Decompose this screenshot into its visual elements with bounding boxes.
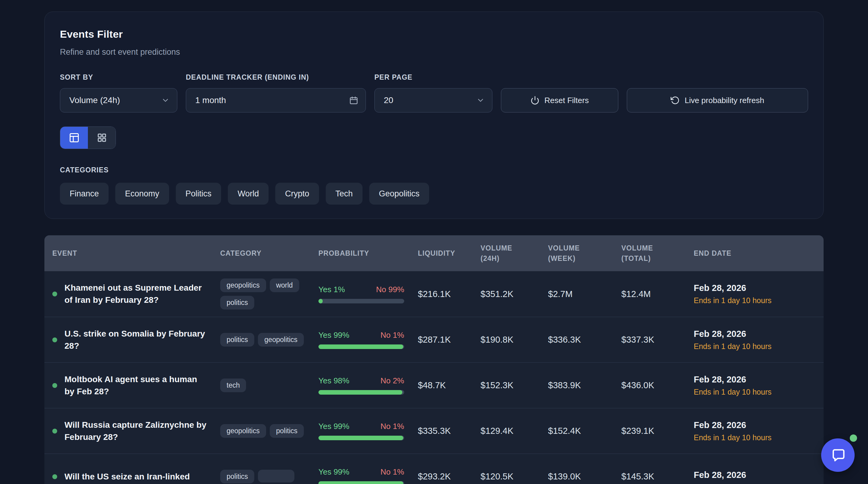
- category-chip[interactable]: Tech: [326, 183, 363, 204]
- live-probability-refresh-button[interactable]: Live probability refresh: [627, 88, 808, 112]
- category-chip[interactable]: Politics: [176, 183, 221, 204]
- volume-total-value: $145.3K: [621, 472, 694, 482]
- probability-bar: [318, 390, 404, 395]
- category-tag[interactable]: world: [270, 279, 299, 292]
- probability-labels: Yes 98% No 2%: [318, 376, 404, 386]
- events-filter-panel: Events Filter Refine and sort event pred…: [44, 11, 824, 219]
- volume-week-value: $2.7M: [548, 289, 621, 299]
- column-header-volume-24h: VOLUME (24H): [480, 243, 526, 264]
- volume-total-value: $239.1K: [621, 426, 694, 436]
- liquidity-value: $335.3K: [418, 426, 480, 436]
- category-tag[interactable]: geopolitics: [220, 424, 266, 438]
- category-tag[interactable]: geopolitics: [258, 333, 304, 347]
- event-title: Khamenei out as Supreme Leader of Iran b…: [64, 282, 208, 306]
- categories-label: CATEGORIES: [60, 166, 808, 174]
- probability-bar: [318, 435, 404, 440]
- probability-bar: [318, 299, 404, 303]
- category-tag-partial[interactable]: [258, 470, 294, 482]
- reset-filters-label: Reset Filters: [545, 96, 589, 105]
- per-page-select[interactable]: 20: [374, 88, 492, 112]
- table-row[interactable]: U.S. strike on Somalia by February 28? p…: [44, 317, 824, 362]
- chat-button[interactable]: [821, 439, 855, 472]
- yes-probability: Yes 99%: [318, 467, 349, 477]
- live-probability-refresh-label: Live probability refresh: [685, 96, 764, 105]
- category-tags: geopoliticspolitics: [220, 424, 309, 438]
- liquidity-value: $48.7K: [418, 380, 480, 390]
- column-header-volume-total: VOLUME (TOTAL): [621, 243, 667, 264]
- category-tag[interactable]: politics: [220, 333, 254, 347]
- event-cell: Khamenei out as Supreme Leader of Iran b…: [52, 282, 220, 306]
- live-indicator-dot: [52, 292, 57, 296]
- volume-week-value: $139.0K: [548, 472, 621, 482]
- end-date-cell: Feb 28, 2026: [694, 470, 816, 483]
- probability-cell: Yes 1% No 99%: [318, 285, 404, 303]
- category-tags: geopoliticsworldpolitics: [220, 279, 309, 310]
- speech-bubble-icon: [830, 447, 846, 463]
- column-header-event: EVENT: [52, 249, 220, 258]
- liquidity-value: $293.2K: [418, 472, 480, 482]
- per-page-label: PER PAGE: [374, 73, 492, 82]
- live-indicator-dot: [52, 474, 57, 479]
- sort-by-group: SORT BY Volume (24h): [60, 73, 177, 112]
- sort-by-value: Volume (24h): [69, 95, 120, 105]
- table-row[interactable]: Will Russia capture Zaliznychne by Febru…: [44, 408, 824, 454]
- volume-24h-value: $120.5K: [480, 472, 548, 482]
- probability-bar: [318, 481, 404, 484]
- volume-24h-value: $351.2K: [480, 289, 548, 299]
- calendar-icon: [349, 96, 358, 105]
- volume-total-value: $12.4M: [621, 289, 694, 299]
- yes-probability: Yes 99%: [318, 422, 349, 431]
- category-chip[interactable]: Geopolitics: [369, 183, 429, 204]
- column-header-category: CATEGORY: [220, 249, 318, 258]
- table-row[interactable]: Will the US seize an Iran-linked politic…: [44, 454, 824, 484]
- reset-filters-button[interactable]: Reset Filters: [501, 88, 618, 112]
- grid-icon: [96, 132, 107, 143]
- category-tag[interactable]: politics: [270, 424, 304, 438]
- event-title: Will the US seize an Iran-linked: [64, 471, 190, 483]
- category-chip[interactable]: Finance: [60, 183, 108, 204]
- probability-labels: Yes 1% No 99%: [318, 285, 404, 294]
- table-row[interactable]: Moltbook AI agent sues a human by Feb 28…: [44, 362, 824, 408]
- volume-24h-value: $152.3K: [480, 380, 548, 390]
- ends-in-countdown: Ends in 1 day 10 hours: [694, 433, 816, 442]
- probability-labels: Yes 99% No 1%: [318, 330, 404, 340]
- page-subtitle: Refine and sort event predictions: [60, 47, 808, 57]
- probability-cell: Yes 99% No 1%: [318, 422, 404, 440]
- no-probability: No 99%: [376, 285, 404, 294]
- deadline-field[interactable]: 1 month: [186, 88, 366, 112]
- volume-week-value: $383.9K: [548, 380, 621, 390]
- category-tag[interactable]: politics: [220, 470, 254, 483]
- live-indicator-dot: [52, 383, 57, 388]
- probability-bar-fill: [318, 435, 403, 440]
- end-date: Feb 28, 2026: [694, 420, 816, 430]
- event-title: Moltbook AI agent sues a human by Feb 28…: [64, 373, 208, 398]
- category-chip[interactable]: World: [228, 183, 269, 204]
- probability-bar-fill: [318, 299, 323, 303]
- table-layout-icon: [69, 132, 80, 143]
- ends-in-countdown: Ends in 1 day 10 hours: [694, 296, 816, 305]
- category-tag[interactable]: geopolitics: [220, 279, 266, 292]
- end-date: Feb 28, 2026: [694, 470, 816, 480]
- category-chips-row: FinanceEconomyPoliticsWorldCryptoTechGeo…: [60, 183, 808, 204]
- table-view-toggle[interactable]: [60, 127, 88, 149]
- category-tag[interactable]: politics: [220, 296, 254, 310]
- category-chip[interactable]: Crypto: [275, 183, 319, 204]
- sort-by-select[interactable]: Volume (24h): [60, 88, 177, 112]
- event-title: U.S. strike on Somalia by February 28?: [64, 328, 208, 352]
- live-indicator-dot: [52, 337, 57, 342]
- no-probability: No 2%: [380, 376, 404, 386]
- yes-probability: Yes 98%: [318, 376, 349, 386]
- grid-view-toggle[interactable]: [88, 127, 116, 149]
- end-date-cell: Feb 28, 2026 Ends in 1 day 10 hours: [694, 375, 816, 396]
- probability-cell: Yes 98% No 2%: [318, 376, 404, 395]
- chevron-down-icon: [476, 96, 485, 105]
- category-tag[interactable]: tech: [220, 379, 246, 392]
- probability-cell: Yes 99% No 1%: [318, 467, 404, 484]
- liquidity-value: $287.1K: [418, 335, 480, 345]
- end-date: Feb 28, 2026: [694, 375, 816, 385]
- table-row[interactable]: Khamenei out as Supreme Leader of Iran b…: [44, 271, 824, 317]
- ends-in-countdown: Ends in 1 day 10 hours: [694, 388, 816, 396]
- volume-week-value: $152.4K: [548, 426, 621, 436]
- category-chip[interactable]: Economy: [115, 183, 169, 204]
- column-header-probability: PROBABILITY: [318, 249, 418, 258]
